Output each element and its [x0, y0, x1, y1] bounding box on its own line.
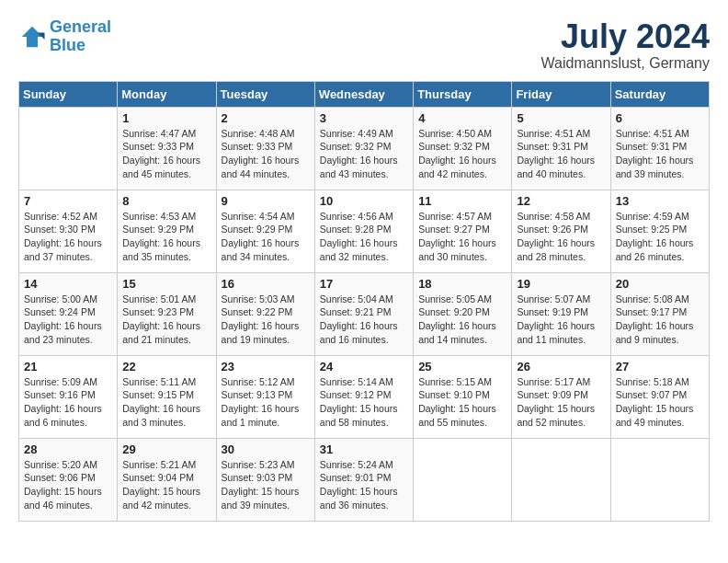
day-number: 12 [517, 194, 605, 208]
day-number: 23 [222, 360, 310, 373]
day-info: Sunrise: 4:49 AM Sunset: 9:32 PM Dayligh… [320, 127, 408, 181]
weekday-header-saturday: Saturday [610, 81, 709, 107]
day-info: Sunrise: 4:47 AM Sunset: 9:33 PM Dayligh… [122, 127, 210, 181]
calendar-subtitle: Waidmannslust, Germany [541, 55, 710, 72]
calendar-cell: 23Sunrise: 5:12 AM Sunset: 9:13 PM Dayli… [216, 355, 314, 438]
calendar-cell: 19Sunrise: 5:07 AM Sunset: 9:19 PM Dayli… [512, 272, 610, 355]
calendar-cell: 3Sunrise: 4:49 AM Sunset: 9:32 PM Daylig… [314, 107, 413, 190]
week-row-1: 1Sunrise: 4:47 AM Sunset: 9:33 PM Daylig… [19, 107, 710, 190]
calendar-cell: 26Sunrise: 5:17 AM Sunset: 9:09 PM Dayli… [512, 355, 610, 438]
day-number: 14 [24, 277, 112, 291]
weekday-header-wednesday: Wednesday [314, 81, 413, 107]
day-number: 21 [24, 360, 112, 373]
day-info: Sunrise: 4:53 AM Sunset: 9:29 PM Dayligh… [122, 210, 210, 264]
calendar-cell: 1Sunrise: 4:47 AM Sunset: 9:33 PM Daylig… [118, 107, 216, 190]
calendar-cell: 10Sunrise: 4:56 AM Sunset: 9:28 PM Dayli… [314, 190, 413, 272]
calendar-title: July 2024 [541, 18, 710, 55]
day-number: 6 [616, 111, 704, 125]
page-header: General Blue July 2024 Waidmannslust, Ge… [18, 18, 710, 72]
day-number: 22 [122, 360, 210, 373]
logo-text: General Blue [50, 18, 111, 55]
day-info: Sunrise: 5:23 AM Sunset: 9:03 PM Dayligh… [222, 458, 310, 512]
day-info: Sunrise: 4:56 AM Sunset: 9:28 PM Dayligh… [320, 210, 408, 264]
day-number: 2 [222, 111, 310, 125]
day-number: 15 [122, 277, 210, 291]
day-info: Sunrise: 4:50 AM Sunset: 9:32 PM Dayligh… [418, 127, 506, 181]
day-info: Sunrise: 4:51 AM Sunset: 9:31 PM Dayligh… [616, 127, 704, 181]
weekday-header-sunday: Sunday [19, 81, 118, 107]
day-number: 19 [517, 277, 605, 291]
day-number: 26 [517, 360, 605, 373]
day-number: 11 [418, 194, 506, 208]
calendar-cell [19, 107, 118, 190]
calendar-cell [512, 438, 610, 521]
day-info: Sunrise: 5:12 AM Sunset: 9:13 PM Dayligh… [222, 375, 310, 430]
calendar-cell: 15Sunrise: 5:01 AM Sunset: 9:23 PM Dayli… [118, 272, 216, 355]
day-number: 5 [517, 111, 605, 125]
calendar-cell: 24Sunrise: 5:14 AM Sunset: 9:12 PM Dayli… [314, 355, 413, 438]
day-number: 20 [616, 277, 704, 291]
day-info: Sunrise: 5:08 AM Sunset: 9:17 PM Dayligh… [616, 293, 704, 347]
title-block: July 2024 Waidmannslust, Germany [541, 18, 710, 72]
calendar-cell: 4Sunrise: 4:50 AM Sunset: 9:32 PM Daylig… [414, 107, 512, 190]
calendar-cell: 25Sunrise: 5:15 AM Sunset: 9:10 PM Dayli… [414, 355, 512, 438]
calendar-cell: 5Sunrise: 4:51 AM Sunset: 9:31 PM Daylig… [512, 107, 610, 190]
calendar-cell: 22Sunrise: 5:11 AM Sunset: 9:15 PM Dayli… [118, 355, 216, 438]
day-info: Sunrise: 4:57 AM Sunset: 9:27 PM Dayligh… [418, 210, 506, 264]
calendar-cell: 2Sunrise: 4:48 AM Sunset: 9:33 PM Daylig… [216, 107, 314, 190]
calendar-cell: 12Sunrise: 4:58 AM Sunset: 9:26 PM Dayli… [512, 190, 610, 272]
calendar-cell: 31Sunrise: 5:24 AM Sunset: 9:01 PM Dayli… [314, 438, 413, 521]
calendar-cell: 21Sunrise: 5:09 AM Sunset: 9:16 PM Dayli… [19, 355, 118, 438]
day-number: 9 [222, 194, 310, 208]
day-info: Sunrise: 5:04 AM Sunset: 9:21 PM Dayligh… [320, 293, 408, 347]
day-number: 29 [122, 442, 210, 456]
calendar-table: SundayMondayTuesdayWednesdayThursdayFrid… [18, 81, 710, 522]
day-info: Sunrise: 5:03 AM Sunset: 9:22 PM Dayligh… [222, 293, 310, 347]
calendar-body: 1Sunrise: 4:47 AM Sunset: 9:33 PM Daylig… [19, 107, 710, 521]
day-number: 10 [320, 194, 408, 208]
calendar-cell: 6Sunrise: 4:51 AM Sunset: 9:31 PM Daylig… [610, 107, 709, 190]
day-info: Sunrise: 5:09 AM Sunset: 9:16 PM Dayligh… [24, 375, 112, 430]
day-number: 31 [320, 442, 408, 456]
day-number: 3 [320, 111, 408, 125]
day-number: 7 [24, 194, 112, 208]
weekday-header-monday: Monday [118, 81, 216, 107]
day-info: Sunrise: 4:51 AM Sunset: 9:31 PM Dayligh… [517, 127, 605, 181]
week-row-4: 21Sunrise: 5:09 AM Sunset: 9:16 PM Dayli… [19, 355, 710, 438]
day-info: Sunrise: 4:58 AM Sunset: 9:26 PM Dayligh… [517, 210, 605, 264]
week-row-3: 14Sunrise: 5:00 AM Sunset: 9:24 PM Dayli… [19, 272, 710, 355]
day-info: Sunrise: 5:18 AM Sunset: 9:07 PM Dayligh… [616, 375, 704, 430]
week-row-2: 7Sunrise: 4:52 AM Sunset: 9:30 PM Daylig… [19, 190, 710, 272]
day-info: Sunrise: 4:54 AM Sunset: 9:29 PM Dayligh… [222, 210, 310, 264]
logo: General Blue [18, 18, 111, 55]
day-number: 18 [418, 277, 506, 291]
day-number: 17 [320, 277, 408, 291]
svg-marker-0 [22, 27, 43, 48]
day-info: Sunrise: 5:14 AM Sunset: 9:12 PM Dayligh… [320, 375, 408, 430]
day-info: Sunrise: 5:20 AM Sunset: 9:06 PM Dayligh… [24, 458, 112, 512]
day-number: 24 [320, 360, 408, 373]
day-number: 8 [122, 194, 210, 208]
day-number: 27 [616, 360, 704, 373]
day-number: 25 [418, 360, 506, 373]
day-number: 4 [418, 111, 506, 125]
calendar-cell: 8Sunrise: 4:53 AM Sunset: 9:29 PM Daylig… [118, 190, 216, 272]
calendar-cell: 13Sunrise: 4:59 AM Sunset: 9:25 PM Dayli… [610, 190, 709, 272]
calendar-header: SundayMondayTuesdayWednesdayThursdayFrid… [19, 81, 710, 107]
day-number: 30 [222, 442, 310, 456]
day-info: Sunrise: 5:21 AM Sunset: 9:04 PM Dayligh… [122, 458, 210, 512]
weekday-row: SundayMondayTuesdayWednesdayThursdayFrid… [19, 81, 710, 107]
calendar-cell: 16Sunrise: 5:03 AM Sunset: 9:22 PM Dayli… [216, 272, 314, 355]
calendar-cell: 9Sunrise: 4:54 AM Sunset: 9:29 PM Daylig… [216, 190, 314, 272]
day-number: 13 [616, 194, 704, 208]
week-row-5: 28Sunrise: 5:20 AM Sunset: 9:06 PM Dayli… [19, 438, 710, 521]
day-info: Sunrise: 5:00 AM Sunset: 9:24 PM Dayligh… [24, 293, 112, 347]
calendar-cell: 27Sunrise: 5:18 AM Sunset: 9:07 PM Dayli… [610, 355, 709, 438]
calendar-cell: 11Sunrise: 4:57 AM Sunset: 9:27 PM Dayli… [414, 190, 512, 272]
day-info: Sunrise: 5:24 AM Sunset: 9:01 PM Dayligh… [320, 458, 408, 512]
calendar-cell: 14Sunrise: 5:00 AM Sunset: 9:24 PM Dayli… [19, 272, 118, 355]
day-info: Sunrise: 5:07 AM Sunset: 9:19 PM Dayligh… [517, 293, 605, 347]
calendar-cell: 29Sunrise: 5:21 AM Sunset: 9:04 PM Dayli… [118, 438, 216, 521]
day-number: 1 [122, 111, 210, 125]
calendar-cell: 7Sunrise: 4:52 AM Sunset: 9:30 PM Daylig… [19, 190, 118, 272]
